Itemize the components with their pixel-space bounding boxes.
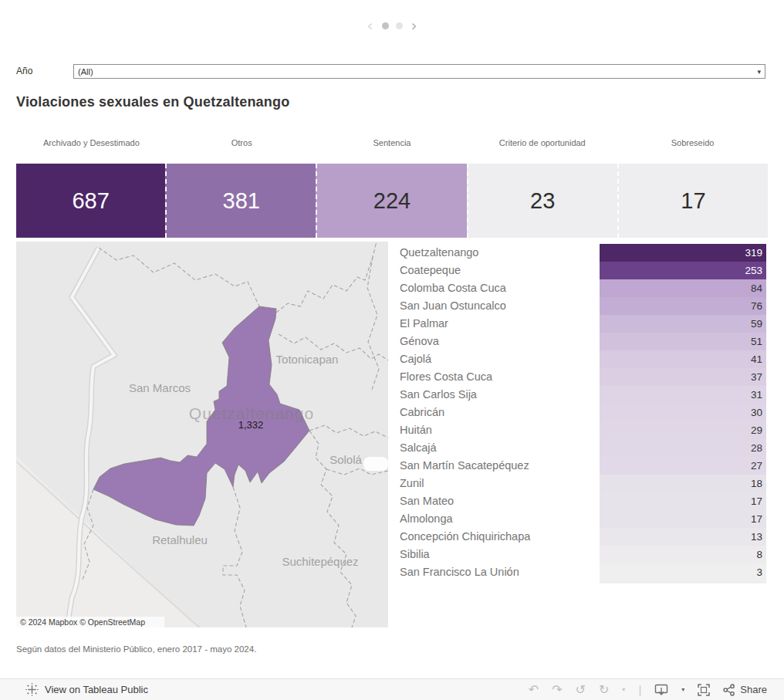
table-row[interactable]: San Mateo17 [400,492,766,510]
municipality-label: San Carlos Sija [400,386,600,404]
municipality-value-cell[interactable]: 17 [600,510,766,528]
table-row[interactable]: Génova51 [400,333,766,350]
municipality-value-cell[interactable]: 18 [600,475,766,492]
revert-icon[interactable]: ↺ [576,684,586,696]
municipality-value-cell[interactable]: 253 [600,262,766,279]
municipality-label: Sibilia [400,546,600,563]
map-canvas[interactable]: San Marcos Totonicapan Sololá Retalhuleu… [16,242,388,627]
department-map[interactable]: San Marcos Totonicapan Sololá Retalhuleu… [16,242,388,627]
table-row[interactable]: San Martín Sacatepéquez27 [400,457,766,475]
table-row[interactable]: San Juan Ostuncalco76 [400,297,766,315]
municipality-label: Cajolá [400,350,600,368]
municipality-value-cell[interactable]: 29 [600,421,766,439]
municipality-value-cell[interactable]: 84 [600,279,766,297]
table-row[interactable]: Salcajá28 [400,439,766,457]
refresh-caret-icon[interactable]: ▾ [622,686,625,693]
status-segment-3[interactable]: 224 [316,164,466,238]
table-row[interactable]: Zunil18 [400,475,766,492]
table-row[interactable]: Huitán29 [400,421,766,439]
carousel-dot-2[interactable] [396,22,403,29]
table-row[interactable]: Quetzaltenango319 [400,244,766,262]
municipality-table: Quetzaltenango319Coatepeque253Colomba Co… [400,244,766,583]
share-icon [723,684,735,696]
map-label-solola: Sololá [329,453,362,466]
status-segment-2[interactable]: 381 [165,164,316,238]
toolbar-actions: ↶ ↷ ↺ ↻ ▾ | ▾ [529,683,767,696]
year-filter-label: Año [16,66,32,76]
municipality-value-cell[interactable]: 3 [600,563,766,581]
table-row[interactable]: San Carlos Sija31 [400,386,766,404]
table-row[interactable]: Flores Costa Cuca37 [400,368,766,386]
municipality-label: Almolonga [400,510,600,528]
share-label: Share [740,684,767,695]
table-row[interactable]: San Francisco La Unión3 [400,563,766,581]
refresh-icon[interactable]: ↻ [599,684,609,696]
municipality-value-cell[interactable]: 31 [600,386,766,404]
status-column-header: Criterio de oportunidad [467,138,617,147]
municipality-value-cell[interactable]: 27 [600,457,766,475]
view-on-tableau-public-link[interactable]: View on Tableau Public [25,683,148,696]
undo-icon[interactable]: ↶ [529,684,539,696]
carousel-next-icon[interactable]: › [410,19,419,32]
table-row[interactable]: Coatepeque253 [400,262,766,279]
year-filter-dropdown[interactable]: (All) ▾ [73,64,765,79]
municipality-label: Génova [400,333,600,350]
carousel-prev-icon[interactable]: ‹ [366,19,375,32]
tableau-toolbar: View on Tableau Public ↶ ↷ ↺ ↻ ▾ | ▾ [0,678,784,700]
status-column-header: Archivado y Desestimado [16,138,167,147]
municipality-value-cell[interactable]: 76 [600,297,766,315]
carousel-dot-1[interactable] [382,22,389,29]
municipality-value-cell[interactable]: 41 [600,350,766,368]
carousel-nav: ‹ › [0,19,784,32]
status-headers: Archivado y DesestimadoOtrosSentenciaCri… [16,138,768,147]
status-segment-5[interactable]: 17 [617,164,768,238]
redo-icon[interactable]: ↷ [552,684,562,696]
fullscreen-icon[interactable] [698,684,710,696]
municipality-value-cell[interactable]: 8 [600,546,766,563]
tableau-dashboard: ‹ › Año (All) ▾ Violaciones sexuales en … [0,0,784,700]
map-label-suchitepequez: Suchitepéquez [282,555,358,568]
municipality-value-cell[interactable]: 51 [600,333,766,350]
municipality-value-cell[interactable]: 59 [600,315,766,333]
municipality-value-cell[interactable]: 319 [600,244,766,262]
municipality-label: Cabricán [400,404,600,421]
municipality-label: Flores Costa Cuca [400,368,600,386]
status-bar: 6873812242317 [16,164,768,238]
municipality-label: San Martín Sacatepéquez [400,457,600,475]
table-row[interactable]: El Palmar59 [400,315,766,333]
municipality-value-cell[interactable]: 13 [600,528,766,546]
municipality-label: Salcajá [400,439,600,457]
municipality-label: Coatepeque [400,262,600,279]
table-row[interactable]: Concepción Chiquirichapa13 [400,528,766,546]
municipality-value-cell[interactable]: 30 [600,404,766,421]
status-column-header: Otros [167,138,317,147]
share-button[interactable]: Share [723,684,767,696]
chevron-down-icon: ▾ [757,68,761,76]
municipality-label: El Palmar [400,315,600,333]
municipality-label: San Francisco La Unión [400,563,600,581]
municipality-label: Huitán [400,421,600,439]
view-on-tableau-public-label: View on Tableau Public [45,684,148,695]
table-row[interactable]: Cajolá41 [400,350,766,368]
municipality-label: Concepción Chiquirichapa [400,528,600,546]
download-caret-icon[interactable]: ▾ [681,686,684,693]
municipality-value-cell[interactable]: 37 [600,368,766,386]
municipality-value-cell[interactable]: 17 [600,492,766,510]
map-attribution: © 2024 Mapbox © OpenStreetMap [20,617,145,627]
download-icon[interactable] [654,684,668,696]
table-row[interactable]: Cabricán30 [400,404,766,421]
status-segment-1[interactable]: 687 [16,164,165,238]
map-label-retalhuleu: Retalhuleu [152,533,208,546]
table-row[interactable]: Sibilia8 [400,546,766,563]
status-segment-4[interactable]: 23 [467,164,617,238]
lake-shape [363,457,388,471]
municipality-label: Quetzaltenango [400,244,600,262]
table-row-sliver [600,581,766,583]
year-filter-value: (All) [78,67,93,76]
map-label-totonicapan: Totonicapan [276,353,339,366]
table-row[interactable]: Almolonga17 [400,510,766,528]
municipality-label: San Mateo [400,492,600,510]
municipality-value-cell[interactable]: 28 [600,439,766,457]
table-row[interactable]: Colomba Costa Cuca84 [400,279,766,297]
page-title: Violaciones sexuales en Quetzaltenango [16,94,289,110]
